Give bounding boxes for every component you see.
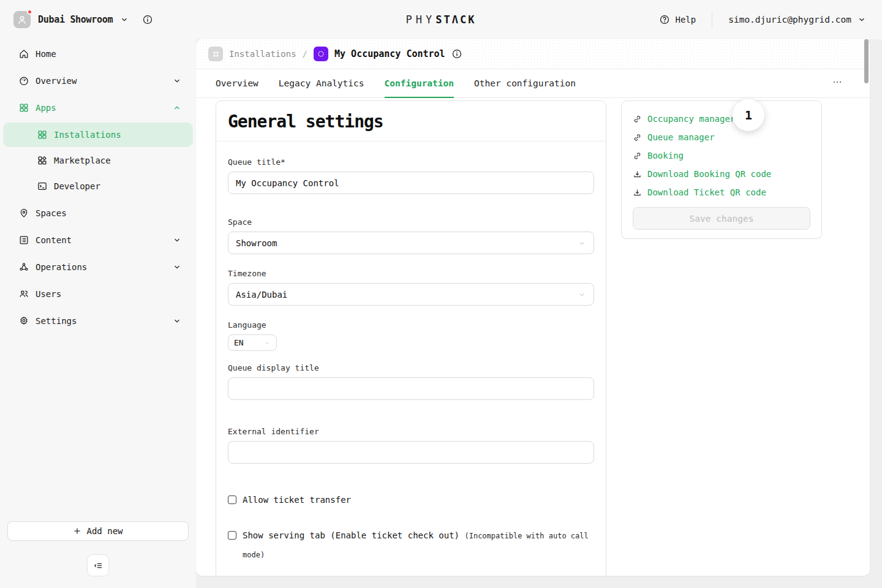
tab-other-configuration[interactable]: Other configuration (474, 70, 576, 98)
timezone-select[interactable]: Asia/Dubai (228, 283, 594, 306)
space-label: Space (228, 217, 594, 227)
breadcrumb-parent[interactable]: Installations (229, 49, 296, 59)
chevron-down-icon[interactable] (120, 15, 129, 24)
brand-logo: PHYSTΛCK (406, 13, 477, 26)
sidebar-item-label: Home (36, 49, 56, 59)
gauge-icon (18, 75, 29, 86)
chevron-down-icon (578, 290, 586, 299)
sidebar-item-label: Developer (54, 181, 100, 191)
chevron-down-icon (858, 15, 866, 24)
info-icon[interactable] (451, 48, 462, 59)
allow-ticket-transfer-checkbox-row[interactable]: Allow ticket transfer (228, 491, 594, 509)
language-select[interactable]: EN (228, 334, 277, 351)
breadcrumb-current: My Occupancy Control (334, 48, 445, 59)
breadcrumb-separator: / (303, 49, 307, 59)
ellipsis-icon (832, 77, 843, 88)
download-ticket-qr-link[interactable]: Download Ticket QR code (633, 183, 810, 202)
sidebar-item-label: Apps (36, 103, 56, 113)
link-icon (633, 151, 642, 160)
topbar: Dubai Showroom PHYSTΛCK Help simo.djuric… (0, 0, 882, 39)
sidebar-item-home[interactable]: Home (0, 40, 196, 67)
sidebar-item-users[interactable]: Users (0, 281, 196, 307)
timezone-select-value: Asia/Dubai (236, 290, 287, 300)
chevron-down-icon (173, 317, 181, 325)
user-menu[interactable]: simo.djuric@phygrid.com (728, 15, 866, 24)
sidebar-item-label: Content (36, 235, 72, 245)
org-avatar[interactable] (13, 11, 31, 28)
download-booking-qr-link[interactable]: Download Booking QR code (633, 165, 810, 183)
tab-bar: Overview Legacy Analytics Configuration … (196, 69, 870, 98)
external-identifier-input[interactable] (228, 441, 594, 464)
sidebar-item-label: Settings (36, 316, 77, 326)
link-label: Queue manager (647, 132, 715, 142)
org-switcher[interactable]: Dubai Showroom (0, 11, 153, 28)
queue-title-input[interactable] (228, 172, 594, 194)
divider (712, 11, 712, 28)
chevron-down-icon (173, 263, 181, 271)
tab-legacy-analytics[interactable]: Legacy Analytics (279, 70, 364, 98)
grid-icon (37, 129, 48, 140)
queue-display-title-label: Queue display title (228, 363, 594, 372)
org-name: Dubai Showroom (38, 14, 113, 25)
queue-manager-link[interactable]: Queue manager (633, 128, 810, 146)
checkbox[interactable] (228, 496, 236, 504)
add-new-button[interactable]: Add new (7, 521, 189, 541)
link-label: Occupancy manager (647, 114, 735, 124)
users-icon (18, 288, 29, 300)
sidebar-item-overview[interactable]: Overview (0, 67, 196, 94)
sidebar-item-label: Users (36, 289, 61, 299)
grid-icon (18, 102, 29, 113)
quick-links-card: Occupancy manager Queue manager Booking (621, 100, 822, 239)
breadcrumb: Installations / My Occupancy Control (196, 39, 870, 69)
chevron-up-icon (173, 104, 181, 112)
sidebar-item-operations[interactable]: Operations (0, 254, 196, 281)
language-label: Language (228, 320, 594, 330)
language-select-value: EN (234, 338, 244, 347)
sidebar-item-label: Operations (36, 262, 87, 272)
tab-configuration[interactable]: Configuration (385, 70, 454, 98)
collapse-sidebar-button[interactable] (87, 554, 109, 576)
booking-link[interactable]: Booking (633, 146, 810, 165)
tabs-overflow-button[interactable] (832, 77, 843, 88)
collapse-icon (93, 560, 104, 571)
chevron-down-icon (173, 77, 181, 85)
terminal-icon (37, 181, 48, 192)
nodes-icon (18, 262, 29, 273)
tab-overview[interactable]: Overview (216, 70, 258, 98)
show-serving-tab-label: Show serving tab (Enable ticket check ou… (243, 526, 594, 564)
queue-display-title-input[interactable] (228, 377, 594, 400)
space-select-value: Showroom (236, 238, 277, 248)
save-changes-button[interactable]: Save changes (633, 207, 810, 230)
marketplace-icon (37, 155, 48, 166)
general-settings-card: General settings Queue title* Space Show… (216, 100, 606, 576)
occupancy-manager-link[interactable]: Occupancy manager (633, 110, 810, 128)
user-email: simo.djuric@phygrid.com (728, 15, 851, 24)
sidebar-item-apps[interactable]: Apps (0, 94, 196, 121)
link-label: Booking (647, 151, 684, 160)
add-new-label: Add new (86, 526, 123, 536)
external-identifier-label: External identifier (228, 427, 594, 436)
help-button[interactable]: Help (659, 14, 696, 25)
sidebar-item-label: Installations (54, 130, 121, 140)
sidebar-item-label: Marketplace (54, 156, 111, 165)
link-label: Download Ticket QR code (647, 187, 766, 197)
checkbox[interactable] (228, 531, 236, 540)
question-icon (659, 14, 670, 25)
sidebar-item-installations[interactable]: Installations (3, 123, 193, 147)
sidebar-item-content[interactable]: Content (0, 227, 196, 254)
chevron-down-icon (578, 239, 586, 247)
show-serving-tab-checkbox-row[interactable]: Show serving tab (Enable ticket check ou… (228, 526, 594, 564)
info-icon[interactable] (142, 14, 153, 25)
gear-icon (18, 315, 29, 326)
link-icon (633, 115, 642, 124)
step-badge: 1 (733, 99, 764, 131)
scrollbar-thumb[interactable] (864, 39, 869, 83)
person-icon (17, 14, 28, 25)
sidebar-item-settings[interactable]: Settings (0, 307, 196, 334)
sidebar-item-developer[interactable]: Developer (3, 174, 193, 198)
space-select[interactable]: Showroom (228, 232, 594, 254)
sidebar-item-label: Overview (36, 76, 77, 86)
sidebar-item-marketplace[interactable]: Marketplace (3, 148, 193, 173)
installations-tile-icon (208, 47, 223, 61)
sidebar-item-spaces[interactable]: Spaces (0, 200, 196, 227)
